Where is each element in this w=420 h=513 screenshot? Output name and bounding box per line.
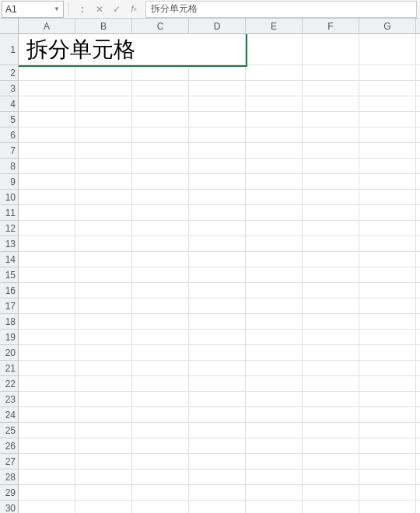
- cell-G20[interactable]: [359, 345, 416, 361]
- cell-B29[interactable]: [75, 485, 132, 501]
- cell-B12[interactable]: [75, 221, 132, 236]
- row-header-12[interactable]: 12: [0, 221, 19, 236]
- cell-A8[interactable]: [19, 159, 75, 174]
- cell-B9[interactable]: [75, 174, 132, 190]
- cell-B24[interactable]: [75, 407, 132, 423]
- column-header-partial[interactable]: [416, 19, 420, 34]
- cell-E7[interactable]: [246, 143, 303, 159]
- cell-C22[interactable]: [132, 376, 189, 392]
- cell-F15[interactable]: [303, 267, 359, 283]
- cell-G26[interactable]: [359, 438, 416, 454]
- cell-G12[interactable]: [359, 221, 416, 236]
- cell-H21[interactable]: [416, 361, 420, 376]
- row-header-21[interactable]: 21: [0, 361, 19, 376]
- row-header-27[interactable]: 27: [0, 454, 19, 469]
- column-header-C[interactable]: C: [132, 19, 189, 34]
- cell-G29[interactable]: [359, 485, 416, 501]
- row-header-1[interactable]: 1: [0, 34, 19, 65]
- cell-E19[interactable]: [246, 330, 303, 345]
- cell-C10[interactable]: [132, 190, 189, 205]
- cell-A28[interactable]: [19, 469, 75, 485]
- cell-A22[interactable]: [19, 376, 75, 392]
- cell-A10[interactable]: [19, 190, 75, 205]
- select-all-corner[interactable]: [0, 19, 19, 34]
- cell-H18[interactable]: [416, 314, 420, 330]
- cell-D11[interactable]: [189, 205, 246, 221]
- cell-C28[interactable]: [132, 469, 189, 485]
- cell-D17[interactable]: [189, 298, 246, 314]
- cell-D2[interactable]: [189, 65, 246, 81]
- cell-H12[interactable]: [416, 221, 420, 236]
- row-header-15[interactable]: 15: [0, 267, 19, 283]
- cell-F27[interactable]: [303, 454, 359, 469]
- cell-C7[interactable]: [132, 143, 189, 159]
- cell-A7[interactable]: [19, 143, 75, 159]
- cell-C8[interactable]: [132, 159, 189, 174]
- cell-A6[interactable]: [19, 127, 75, 143]
- cell-E23[interactable]: [246, 392, 303, 407]
- cell-C5[interactable]: [132, 112, 189, 127]
- cell-H7[interactable]: [416, 143, 420, 159]
- cell-G6[interactable]: [359, 127, 416, 143]
- cell-C25[interactable]: [132, 423, 189, 438]
- cell-C13[interactable]: [132, 236, 189, 252]
- row-header-24[interactable]: 24: [0, 407, 19, 423]
- cell-G4[interactable]: [359, 96, 416, 112]
- cell-G11[interactable]: [359, 205, 416, 221]
- cell-H3[interactable]: [416, 81, 420, 96]
- cell-C18[interactable]: [132, 314, 189, 330]
- cell-C2[interactable]: [132, 65, 189, 81]
- cell-G13[interactable]: [359, 236, 416, 252]
- cell-A3[interactable]: [19, 81, 75, 96]
- cell-E9[interactable]: [246, 174, 303, 190]
- column-header-F[interactable]: F: [303, 19, 359, 34]
- cell-D27[interactable]: [189, 454, 246, 469]
- cell-B20[interactable]: [75, 345, 132, 361]
- cell-F28[interactable]: [303, 469, 359, 485]
- cell-A1-merged[interactable]: 拆分单元格: [19, 34, 246, 65]
- cell-H29[interactable]: [416, 485, 420, 501]
- cell-C11[interactable]: [132, 205, 189, 221]
- cell-D28[interactable]: [189, 469, 246, 485]
- cell-C27[interactable]: [132, 454, 189, 469]
- cells-area[interactable]: 拆分单元格: [19, 34, 420, 513]
- row-header-26[interactable]: 26: [0, 438, 19, 454]
- cell-B10[interactable]: [75, 190, 132, 205]
- cell-H24[interactable]: [416, 407, 420, 423]
- row-header-4[interactable]: 4: [0, 96, 19, 112]
- cell-C17[interactable]: [132, 298, 189, 314]
- cell-F18[interactable]: [303, 314, 359, 330]
- cell-A18[interactable]: [19, 314, 75, 330]
- cell-G10[interactable]: [359, 190, 416, 205]
- cell-H17[interactable]: [416, 298, 420, 314]
- cell-D15[interactable]: [189, 267, 246, 283]
- cell-A24[interactable]: [19, 407, 75, 423]
- cell-H9[interactable]: [416, 174, 420, 190]
- cell-H11[interactable]: [416, 205, 420, 221]
- cell-D29[interactable]: [189, 485, 246, 501]
- cell-E12[interactable]: [246, 221, 303, 236]
- cell-F12[interactable]: [303, 221, 359, 236]
- cell-C16[interactable]: [132, 283, 189, 298]
- cell-F13[interactable]: [303, 236, 359, 252]
- row-header-23[interactable]: 23: [0, 392, 19, 407]
- cell-C24[interactable]: [132, 407, 189, 423]
- row-header-3[interactable]: 3: [0, 81, 19, 96]
- cell-F7[interactable]: [303, 143, 359, 159]
- cell-G19[interactable]: [359, 330, 416, 345]
- cell-E30[interactable]: [246, 501, 303, 513]
- cell-F2[interactable]: [303, 65, 359, 81]
- cell-H22[interactable]: [416, 376, 420, 392]
- cell-E22[interactable]: [246, 376, 303, 392]
- row-header-17[interactable]: 17: [0, 298, 19, 314]
- cell-D8[interactable]: [189, 159, 246, 174]
- cell-D19[interactable]: [189, 330, 246, 345]
- cell-G18[interactable]: [359, 314, 416, 330]
- cell-H27[interactable]: [416, 454, 420, 469]
- row-header-6[interactable]: 6: [0, 127, 19, 143]
- cell-E18[interactable]: [246, 314, 303, 330]
- cell-G27[interactable]: [359, 454, 416, 469]
- cell-B11[interactable]: [75, 205, 132, 221]
- cell-C21[interactable]: [132, 361, 189, 376]
- cell-C3[interactable]: [132, 81, 189, 96]
